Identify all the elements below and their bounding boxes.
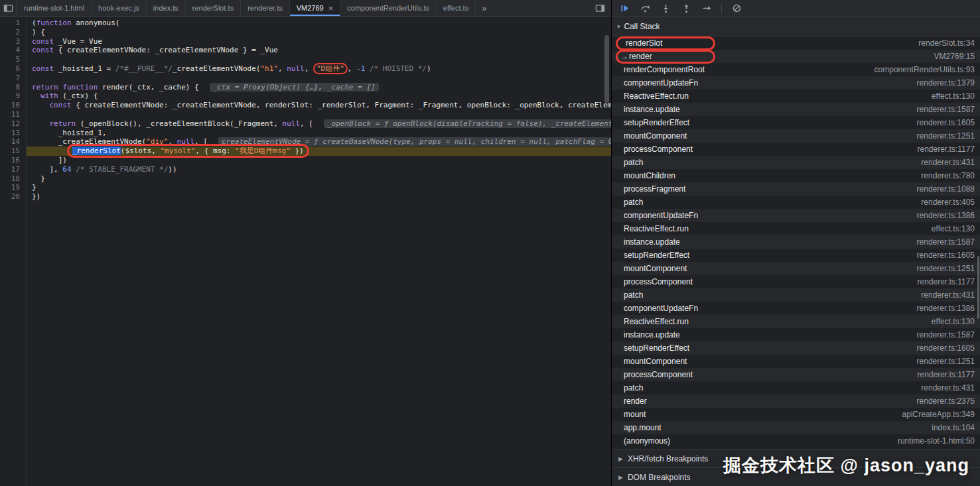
code-line-10[interactable]: const { createElementVNode: _createEleme… [27,101,611,110]
code-line-20[interactable]: }) [27,192,611,202]
call-stack-frame[interactable]: processComponentrenderer.ts:1177 [612,143,980,156]
line-number[interactable]: 14 [0,137,26,147]
call-stack-frame[interactable]: →renderVM2769:15 [612,50,980,63]
call-stack-frame[interactable]: patchrenderer.ts:431 [612,381,980,395]
code-token: const [32,37,54,46]
call-stack-frame[interactable]: ReactiveEffect.runeffect.ts:130 [612,90,980,103]
call-stack-frame[interactable]: mountChildrenrenderer.ts:780 [612,169,980,182]
call-stack-frame[interactable]: processFragmentrenderer.ts:1088 [612,182,980,196]
show-navigator-icon[interactable] [0,0,17,16]
code-line-19[interactable]: } [27,183,611,192]
step-into-icon[interactable] [660,3,671,15]
line-number[interactable]: 19 [0,183,26,192]
frame-name: patch [624,158,643,167]
code-line-9[interactable]: with (_ctx) { [27,91,611,101]
call-stack-frame[interactable]: componentUpdateFnrenderer.ts:1386 [612,302,980,315]
code-line-8[interactable]: return function render(_ctx, _cache) {_c… [27,83,611,92]
code-token: { createElementVNode: _createElementVNod… [72,101,611,109]
tab-renderSlot.ts[interactable]: renderSlot.ts [186,0,241,16]
call-stack-frame[interactable]: renderrenderer.ts:2375 [612,395,980,408]
call-stack-frame[interactable]: componentUpdateFnrenderer.ts:1386 [612,209,980,222]
tab-effect.ts[interactable]: effect.ts [437,0,476,16]
call-stack-frame[interactable]: setupRenderEffectrenderer.ts:1605 [612,116,980,129]
code-line-6[interactable]: const _hoisted_1 = /*#__PURE__*/_createE… [27,64,611,74]
call-stack-frame[interactable]: instance.updaterenderer.ts:1587 [612,235,980,249]
call-stack-frame[interactable]: instance.updaterenderer.ts:1587 [612,328,980,341]
tab-renderer.ts[interactable]: renderer.ts [241,0,290,16]
code-line-12[interactable]: return (_openBlock(), _createElementBloc… [27,119,611,129]
line-number[interactable]: 1 [0,19,26,28]
code-line-18[interactable]: } [27,174,611,184]
call-stack-frame[interactable]: patchrenderer.ts:431 [612,156,980,169]
deactivate-breakpoints-icon[interactable] [731,3,742,15]
call-stack-frame[interactable]: patchrenderer.ts:431 [612,288,980,302]
call-stack-frame[interactable]: renderSlotrenderSlot.ts:34 [612,36,980,50]
line-number[interactable]: 7 [0,74,26,83]
call-stack-frame[interactable]: processComponentrenderer.ts:1177 [612,275,980,288]
call-stack-frame[interactable]: mountComponentrenderer.ts:1251 [612,129,980,143]
close-tab-icon[interactable]: × [328,4,334,13]
resume-icon[interactable] [618,3,630,15]
step-out-icon[interactable] [680,3,692,15]
line-number[interactable]: 18 [0,174,26,184]
tab-hook-exec.js[interactable]: hook-exec.js [92,0,147,16]
code-line-7[interactable] [27,74,611,83]
line-number[interactable]: 10 [0,101,26,110]
line-number[interactable]: 9 [0,91,26,101]
call-stack-frame[interactable]: ReactiveEffect.runeffect.ts:130 [612,315,980,328]
code-line-17[interactable]: ], 64 /* STABLE_FRAGMENT */)) [27,165,611,174]
frame-name-wrap: mount [616,410,646,419]
call-stack-frame[interactable]: instance.updaterenderer.ts:1587 [612,103,980,116]
code-token: , { msg: [195,147,235,155]
line-number[interactable]: 4 [0,46,26,55]
call-stack-header[interactable]: ▾ Call Stack [612,17,980,36]
code-line-1[interactable]: (function anonymous( [27,19,611,28]
step-over-icon[interactable] [639,3,651,15]
call-stack-frame[interactable]: ReactiveEffect.runeffect.ts:130 [612,222,980,235]
call-stack-frame[interactable]: app.mountindex.ts:104 [612,421,980,434]
line-number[interactable]: 20 [0,192,26,202]
line-number[interactable]: 3 [0,37,26,46]
line-number[interactable]: 8 [0,83,26,92]
line-number[interactable]: 6 [0,64,26,74]
call-stack-frame[interactable]: mountComponentrenderer.ts:1251 [612,262,980,275]
more-tabs-icon[interactable]: » [476,0,492,16]
call-stack-frame[interactable]: mountComponentrenderer.ts:1251 [612,355,980,368]
line-number[interactable]: 13 [0,129,26,138]
code-line-3[interactable]: const _Vue = Vue [27,37,611,46]
call-stack-frame[interactable]: componentUpdateFnrenderer.ts:1379 [612,76,980,90]
code-line-15[interactable]: _renderSlot($slots, "mysolt", { msg: "我是… [27,147,611,156]
line-number[interactable]: 11 [0,110,26,119]
call-stack-frame[interactable]: processComponentrenderer.ts:1177 [612,368,980,381]
line-number[interactable]: 2 [0,28,26,37]
tab-componentRenderUtils.ts[interactable]: componentRenderUtils.ts [340,0,437,16]
frame-location: renderer.ts:1386 [917,211,975,220]
frame-location: renderer.ts:431 [921,290,975,300]
call-stack-frame[interactable]: (anonymous)runtime-slot-1.html:50 [612,434,980,448]
tab-VM2769[interactable]: VM2769× [290,0,341,16]
toggle-sidebar-icon[interactable] [589,0,611,16]
call-stack-frame[interactable]: setupRenderEffectrenderer.ts:1605 [612,249,980,262]
sidebar-scrollbar[interactable] [977,256,979,319]
code-line-13[interactable]: _hoisted_1, [27,129,611,138]
code-lines[interactable]: (function anonymous() {const _Vue = Vuec… [27,17,611,486]
step-icon[interactable] [701,3,713,15]
line-number[interactable]: 12 [0,119,26,129]
call-stack-frame[interactable]: setupRenderEffectrenderer.ts:1605 [612,341,980,355]
code-line-2[interactable]: ) { [27,28,611,37]
line-number[interactable]: 5 [0,55,26,64]
line-number[interactable]: 17 [0,165,26,174]
call-stack-frame[interactable]: renderComponentRootcomponentRenderUtils.… [612,63,980,76]
tab-runtime-slot-1.html[interactable]: runtime-slot-1.html [17,0,92,16]
code-line-4[interactable]: const { createElementVNode: _createEleme… [27,46,611,55]
call-stack-frame[interactable]: mountapiCreateApp.ts:349 [612,408,980,421]
code-line-11[interactable] [27,110,611,119]
line-number[interactable]: 16 [0,156,26,165]
code-token: const [50,101,72,109]
gutter: 1234567891011121314151617181920 [0,17,27,486]
call-stack-frame[interactable]: patchrenderer.ts:405 [612,196,980,209]
frame-name-wrap: processComponent [616,277,693,286]
line-number[interactable]: 15 [0,147,26,156]
tab-index.ts[interactable]: index.ts [147,0,186,16]
editor-scrollbar[interactable] [604,35,609,103]
